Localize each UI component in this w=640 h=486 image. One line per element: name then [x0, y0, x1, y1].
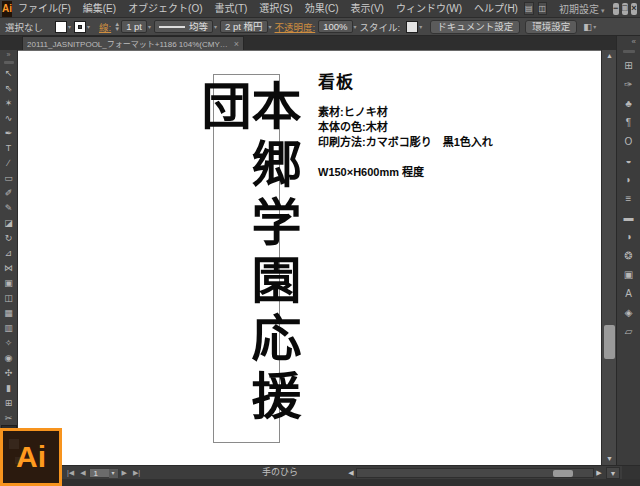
menu-edit[interactable]: 編集(E) — [77, 0, 122, 18]
arrange-documents-icon[interactable]: ◫ — [538, 2, 548, 15]
panel-grip[interactable] — [4, 61, 14, 64]
slice-tool[interactable]: ✂ — [1, 410, 17, 425]
free-transform-tool[interactable]: ▣ — [1, 275, 17, 290]
swatches-panel-icon[interactable]: ⊞ — [619, 56, 639, 75]
appearance-panel-icon[interactable]: ❂ — [619, 246, 639, 265]
menu-effect[interactable]: 効果(C) — [299, 0, 345, 18]
menu-object[interactable]: オブジェクト(O) — [122, 0, 208, 18]
stroke-color-swatch[interactable] — [74, 21, 86, 33]
rotate-tool[interactable]: ↻ — [1, 230, 17, 245]
symbols-panel-icon[interactable]: ♣ — [619, 94, 639, 113]
blend-tool[interactable]: ◉ — [1, 350, 17, 365]
paragraph-panel-icon[interactable]: ¶ — [619, 113, 639, 132]
chevron-down-icon[interactable]: ▾ — [214, 23, 217, 30]
close-button[interactable]: × — [631, 3, 637, 15]
chevron-down-icon[interactable]: ▾ — [269, 23, 272, 30]
symbol-sprayer-tool[interactable]: ✣ — [1, 365, 17, 380]
pen-tool[interactable]: ✒ — [1, 125, 17, 140]
stroke-panel-link[interactable]: 線: — [99, 20, 111, 34]
horizontal-scroll-thumb[interactable] — [553, 470, 573, 477]
artboard-tool[interactable]: ⊞ — [1, 395, 17, 410]
vertical-scroll-thumb[interactable] — [604, 325, 615, 359]
brush-definition-select[interactable]: 2 pt 楕円 — [220, 20, 268, 33]
chevron-down-icon[interactable]: ▾ — [148, 23, 151, 30]
bridge-icon[interactable]: ▤ — [524, 2, 534, 15]
vertical-scrollbar[interactable]: ▲ ▼ — [601, 50, 616, 465]
previous-artboard-icon[interactable]: ◀ — [77, 469, 88, 477]
stroke-panel-icon[interactable]: ≡ — [619, 189, 639, 208]
selection-tool[interactable]: ↖ — [1, 65, 17, 80]
gradient-tool[interactable]: ▥ — [1, 320, 17, 335]
artboard-number-select[interactable]: 1 ▾ — [89, 468, 119, 478]
eyedropper-tool[interactable]: ✧ — [1, 335, 17, 350]
eraser-tool[interactable]: ◪ — [1, 215, 17, 230]
expand-panels-icon[interactable]: « — [632, 36, 640, 48]
horizontal-scroll-track[interactable] — [356, 468, 594, 478]
menu-file[interactable]: ファイル(F) — [12, 0, 77, 18]
chevron-down-icon[interactable]: ▾ — [354, 23, 357, 30]
mesh-tool[interactable]: ▦ — [1, 305, 17, 320]
character-panel-icon[interactable]: A — [619, 284, 639, 303]
workspace-switcher[interactable]: 初期設定▾ — [559, 1, 605, 16]
canvas-area[interactable]: 本郷学園応援団 看板 素材:ヒノキ材 本体の色:木材 印刷方法:カマボコ彫り 黒… — [18, 50, 601, 465]
paintbrush-tool[interactable]: ✐ — [1, 185, 17, 200]
collapse-panel-icon[interactable]: » — [7, 50, 11, 59]
line-segment-tool[interactable]: ∕ — [1, 155, 17, 170]
scroll-left-icon[interactable]: ◀ — [346, 469, 356, 477]
panel-grip[interactable] — [623, 50, 635, 53]
menu-type[interactable]: 書式(T) — [209, 0, 254, 18]
document-tab[interactable]: 20111_JASNITPOOL_フォーマット+1186 104%(CMYK/プ… — [22, 36, 244, 50]
gradient-panel-icon[interactable]: ▬ — [619, 208, 639, 227]
scroll-up-icon[interactable]: ▲ — [602, 50, 617, 62]
chevron-down-icon[interactable]: ▾ — [593, 23, 596, 30]
direct-selection-tool[interactable]: ⇖ — [1, 80, 17, 95]
chevron-down-icon[interactable]: ▾ — [419, 23, 422, 30]
sign-rectangle[interactable]: 本郷学園応援団 — [213, 74, 280, 443]
menu-window[interactable]: ウィンドウ(W) — [390, 0, 468, 18]
type-tool[interactable]: T — [1, 140, 17, 155]
pencil-tool[interactable]: ✎ — [1, 200, 17, 215]
horizontal-scrollbar[interactable]: ◀ ▶ — [346, 467, 604, 479]
menu-select[interactable]: 選択(S) — [253, 0, 298, 18]
color-panel-icon[interactable]: ◒ — [619, 151, 639, 170]
chevron-down-icon[interactable]: ▾ — [68, 23, 71, 30]
fill-color-swatch[interactable] — [55, 21, 67, 33]
first-artboard-icon[interactable]: |◀ — [64, 469, 77, 477]
rectangle-tool[interactable]: ▭ — [1, 170, 17, 185]
menu-help[interactable]: ヘルプ(H) — [468, 0, 524, 18]
scroll-right-icon[interactable]: ▶ — [594, 469, 604, 477]
scroll-down-icon[interactable]: ▼ — [602, 453, 617, 465]
menu-view[interactable]: 表示(V) — [345, 0, 390, 18]
next-artboard-icon[interactable]: ▶ — [119, 469, 130, 477]
column-graph-tool[interactable]: ▮ — [1, 380, 17, 395]
shape-panel-icon[interactable]: ◗ — [619, 170, 639, 189]
stroke-profile-select[interactable]: 均等 — [154, 20, 213, 33]
calligraphy-text[interactable]: 本郷学園応援団 — [197, 80, 297, 442]
lasso-tool[interactable]: ∿ — [1, 110, 17, 125]
graphic-styles-panel-icon[interactable]: ▣ — [619, 265, 639, 284]
layers-panel-icon[interactable]: ◈ — [619, 303, 639, 322]
minimize-button[interactable]: − — [613, 3, 619, 15]
close-icon[interactable]: × — [234, 39, 239, 49]
shape-builder-tool[interactable]: ◫ — [1, 290, 17, 305]
opacity-value[interactable]: 100% — [318, 20, 352, 33]
transparency-panel-icon[interactable]: ◑ — [619, 227, 639, 246]
preferences-button[interactable]: 環境設定 — [525, 20, 577, 34]
document-setup-button[interactable]: ドキュメント設定 — [430, 20, 520, 34]
artboards-panel-icon[interactable]: ▱ — [619, 322, 639, 341]
stroke-width-value[interactable]: 1 pt — [121, 20, 147, 33]
opentype-panel-icon[interactable]: O — [619, 132, 639, 151]
width-tool[interactable]: ⋈ — [1, 260, 17, 275]
magic-wand-tool[interactable]: ✶ — [1, 95, 17, 110]
scroll-down-icon[interactable]: ▼ — [606, 467, 620, 479]
selection-options-icon[interactable]: ◧ — [583, 21, 592, 32]
stroke-width-stepper[interactable]: ▲▼ — [114, 22, 120, 32]
scale-tool[interactable]: ⊿ — [1, 245, 17, 260]
maximize-button[interactable]: □ — [622, 3, 628, 15]
brushes-panel-icon[interactable]: ✑ — [619, 75, 639, 94]
opacity-panel-link[interactable]: 不透明度: — [275, 20, 316, 34]
chevron-down-icon[interactable]: ▾ — [87, 23, 90, 30]
annotation-block[interactable]: 看板 素材:ヒノキ材 本体の色:木材 印刷方法:カマボコ彫り 黒1色入れ W15… — [318, 68, 493, 179]
last-artboard-icon[interactable]: ▶| — [130, 469, 143, 477]
style-swatch[interactable] — [406, 21, 418, 33]
